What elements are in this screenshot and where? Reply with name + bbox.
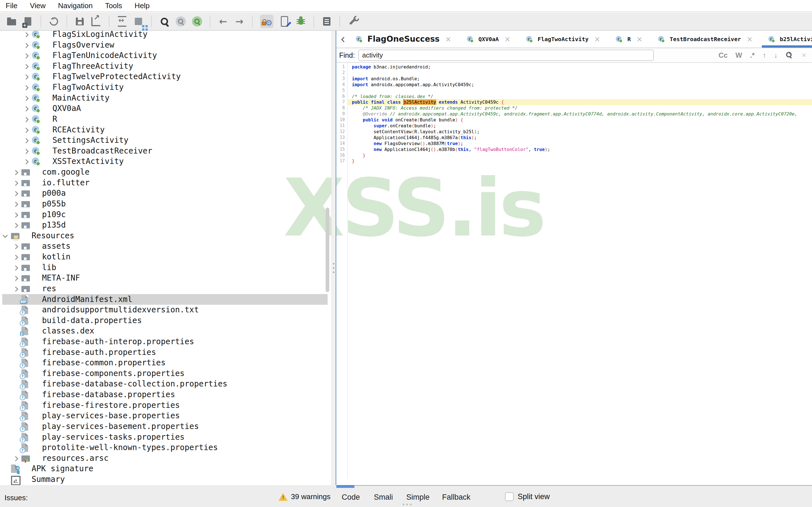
tree-item-mainactivity[interactable]: MainActivity	[2, 93, 327, 103]
tree-item-firebase-firestore-properties[interactable]: firebase-firestore.properties	[2, 400, 327, 411]
tab-close-icon[interactable]: ×	[445, 36, 451, 43]
tree-item-firebase-auth-properties[interactable]: firebase-auth.properties	[2, 347, 327, 358]
tree-item-firebase-auth-interop-properties[interactable]: firebase-auth-interop.properties	[2, 336, 327, 347]
tree-item-classes-dex[interactable]: classes.dex	[2, 326, 327, 336]
export-icon[interactable]	[91, 16, 101, 27]
tree-item-firebase-components-properties[interactable]: firebase-components.properties	[2, 368, 327, 379]
bottom-grip-dots[interactable]	[403, 504, 412, 505]
tab-close-icon[interactable]: ×	[637, 36, 643, 43]
chevron-right-icon[interactable]	[13, 265, 18, 270]
chevron-right-icon[interactable]	[13, 456, 18, 461]
tree-item-protolite-well-known-types-properties[interactable]: protolite-well-known-types.properties	[2, 442, 327, 453]
warnings-indicator[interactable]: 39 warnings	[278, 492, 331, 501]
tree-item-qxv0aa[interactable]: QXV0aA	[2, 103, 327, 114]
chevron-right-icon[interactable]	[23, 107, 29, 112]
tree-item-play-services-basement-properties[interactable]: play-services-basement.properties	[2, 421, 327, 432]
tree-item-resources[interactable]: Resources	[2, 230, 327, 241]
menu-view[interactable]: View	[30, 1, 46, 10]
chevron-right-icon[interactable]	[23, 138, 29, 143]
chevron-right-icon[interactable]	[23, 159, 29, 165]
tree-item-apk-signature[interactable]: APK signature	[2, 463, 327, 474]
tab-flagonesuccess[interactable]: FlagOneSuccess×	[348, 31, 459, 48]
mode-button-fallback[interactable]: Fallback	[442, 493, 470, 502]
chevron-right-icon[interactable]	[23, 149, 29, 154]
chevron-right-icon[interactable]	[13, 286, 18, 291]
tree-item-summary[interactable]: Summary	[2, 474, 327, 485]
mode-button-simple[interactable]: Simple	[406, 493, 430, 502]
chevron-right-icon[interactable]	[23, 54, 29, 59]
tree-item-com-google[interactable]: com.google	[2, 167, 327, 177]
tab-r[interactable]: R×	[608, 31, 650, 48]
flatten-packages-icon[interactable]	[133, 16, 144, 27]
chevron-right-icon[interactable]	[23, 43, 29, 48]
tree-item-r[interactable]: R	[2, 114, 327, 124]
tab-b25lactivity[interactable]: b25lActivity×	[760, 31, 812, 48]
tree-item-play-services-base-properties[interactable]: play-services-base.properties	[2, 410, 327, 421]
tree-item-resources-arsc[interactable]: resources.arsc	[2, 453, 327, 464]
mode-button-smali[interactable]: Smali	[374, 493, 393, 502]
tree-item-p055b[interactable]: p055b	[2, 199, 327, 209]
back-icon[interactable]: ←	[218, 16, 229, 27]
tree-item-kotlin[interactable]: kotlin	[2, 251, 327, 262]
tab-qxv0aa[interactable]: QXV0aA×	[459, 31, 518, 48]
whole-word-button[interactable]: W	[735, 51, 742, 59]
split-view-toggle[interactable]: Split view	[505, 492, 550, 501]
code-editor[interactable]: 1package b3nac.injuredandroid;23import a…	[336, 63, 812, 478]
fit-width-icon[interactable]	[117, 16, 128, 27]
chevron-right-icon[interactable]	[13, 212, 18, 217]
chevron-right-icon[interactable]	[13, 191, 18, 196]
tree-item-rceactivity[interactable]: RCEActivity	[2, 124, 327, 135]
log-viewer-icon[interactable]	[321, 16, 332, 27]
find-close-icon[interactable]: ×	[802, 51, 806, 59]
tree-item-assets[interactable]: assets	[2, 241, 327, 251]
chevron-right-icon[interactable]	[23, 32, 29, 37]
chevron-right-icon[interactable]	[13, 180, 18, 186]
menu-navigation[interactable]: Navigation	[58, 1, 93, 10]
debug-icon[interactable]	[296, 16, 306, 27]
tree-item-p135d[interactable]: p135d	[2, 220, 327, 230]
regex-button[interactable]: .*	[750, 51, 755, 59]
tree-item-lib[interactable]: lib	[2, 262, 327, 273]
tab-close-icon[interactable]: ×	[504, 36, 511, 43]
find-next-icon[interactable]: ↓	[774, 51, 777, 59]
split-view-checkbox[interactable]	[505, 492, 514, 501]
find-previous-icon[interactable]: ↑	[763, 51, 766, 59]
tree-item-flagsoverview[interactable]: FlagsOverview	[2, 40, 327, 50]
chevron-right-icon[interactable]	[13, 202, 18, 207]
tree-scrollbar[interactable]	[326, 208, 329, 292]
tree-item-flagtwoactivity[interactable]: FlagTwoActivity	[2, 82, 327, 93]
chevron-down-icon[interactable]	[3, 233, 8, 238]
tree-item-p000a[interactable]: p000a	[2, 188, 327, 199]
add-files-icon[interactable]	[22, 16, 33, 27]
reload-icon[interactable]	[49, 16, 59, 27]
tree-item-p109c[interactable]: p109c	[2, 209, 327, 220]
save-all-icon[interactable]	[74, 16, 85, 27]
search-options-icon[interactable]	[785, 51, 794, 59]
tree-item-play-services-tasks-properties[interactable]: play-services-tasks.properties	[2, 432, 327, 443]
menu-tools[interactable]: Tools	[105, 1, 122, 10]
tree-item-meta-inf[interactable]: META-INF	[2, 273, 327, 283]
menu-file[interactable]: File	[6, 1, 17, 10]
menu-help[interactable]: Help	[135, 1, 149, 10]
chevron-right-icon[interactable]	[13, 223, 18, 228]
tree-item-flagtenunicodeactivity[interactable]: FlagTenUnicodeActivity	[2, 50, 327, 61]
chevron-right-icon[interactable]	[23, 75, 29, 80]
text-search-icon[interactable]	[175, 16, 186, 27]
tab-testbroadcastreceiver[interactable]: TestBroadcastReceiver×	[650, 31, 760, 48]
chevron-right-icon[interactable]	[13, 276, 18, 281]
tab-flagtwoactivity[interactable]: FlagTwoActivity×	[518, 31, 608, 48]
mode-button-code[interactable]: Code	[342, 493, 360, 502]
tree-item-settingsactivity[interactable]: SettingsActivity	[2, 135, 327, 146]
tree-item-xsstextactivity[interactable]: XSSTextActivity	[2, 156, 327, 167]
preferences-icon[interactable]	[347, 16, 358, 27]
tab-close-icon[interactable]: ×	[594, 36, 600, 43]
chevron-right-icon[interactable]	[23, 85, 29, 90]
tree-item-build-data-properties[interactable]: build-data.properties	[2, 315, 327, 326]
class-search-icon[interactable]	[192, 16, 202, 27]
chevron-right-icon[interactable]	[23, 117, 29, 122]
tree-item-flagthreeactivity[interactable]: FlagThreeActivity	[2, 61, 327, 71]
chevron-right-icon[interactable]	[23, 96, 29, 101]
tree-item-firebase-database-collection-properties[interactable]: firebase-database-collection.properties	[2, 379, 327, 389]
tab-close-icon[interactable]: ×	[747, 36, 753, 43]
tree-item-androidsupportmultidexversion-txt[interactable]: androidsupportmultidexversion.txt	[2, 304, 327, 315]
